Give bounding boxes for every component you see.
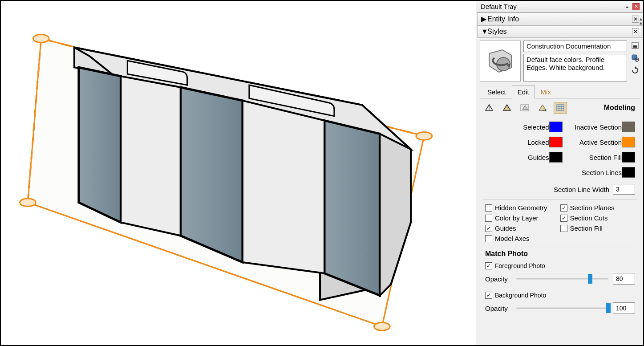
selected-color-swatch[interactable] xyxy=(549,122,563,132)
viewport-3d[interactable] xyxy=(1,1,477,345)
section-lines-color-swatch[interactable] xyxy=(622,167,635,178)
tray-collapse-chevrons[interactable]: ▴ ▴ xyxy=(640,17,642,24)
foreground-photo-checkbox[interactable]: ✓Foreground Photo xyxy=(480,261,640,271)
tray-header[interactable]: Default Tray ✕ xyxy=(477,1,643,12)
edge-settings-button[interactable] xyxy=(482,102,496,114)
modeling-settings-button[interactable] xyxy=(554,102,567,114)
section-cuts-checkbox[interactable]: ✓Section Cuts xyxy=(560,214,636,222)
style-display-options-button[interactable] xyxy=(631,41,640,50)
style-name-input[interactable]: Construction Documentation xyxy=(523,41,627,52)
match-photo-heading: Match Photo xyxy=(480,247,640,261)
svg-rect-12 xyxy=(557,105,564,111)
section-fill-label: Section Fill xyxy=(566,154,622,161)
section-line-width-input[interactable] xyxy=(613,184,635,195)
visibility-checkboxes: Hidden Geometry ✓Section Planes Color by… xyxy=(480,199,640,247)
styles-panel-body: Construction Documentation Default face … xyxy=(477,38,643,320)
block-opening-3 xyxy=(324,121,380,296)
section-lines-label: Section Lines xyxy=(566,169,622,176)
edit-subtoolbar: ok Modeling xyxy=(480,98,640,117)
section-fill-color-swatch[interactable] xyxy=(622,152,635,163)
block-opening-1 xyxy=(79,67,121,222)
foreground-opacity-label: Opacity xyxy=(485,275,512,283)
style-create-button[interactable] xyxy=(631,53,640,62)
background-opacity-input[interactable] xyxy=(613,302,635,314)
modeling-heading: Modeling xyxy=(604,104,638,112)
background-opacity-label: Opacity xyxy=(485,305,512,312)
panel-styles-title: Styles xyxy=(487,28,632,36)
color-by-layer-checkbox[interactable]: Color by Layer xyxy=(485,214,560,222)
tray-title: Default Tray xyxy=(481,3,622,10)
watermark-settings-button[interactable]: ok xyxy=(536,102,549,114)
svg-rect-4 xyxy=(632,55,637,60)
locked-label: Locked xyxy=(493,138,549,146)
background-opacity-slider[interactable] xyxy=(516,303,608,313)
active-section-color-swatch[interactable] xyxy=(622,137,635,147)
section-planes-checkbox[interactable]: ✓Section Planes xyxy=(560,204,636,212)
guides-color-swatch[interactable] xyxy=(549,152,563,163)
style-update-button[interactable] xyxy=(631,66,640,75)
section-grip[interactable] xyxy=(374,322,390,330)
styles-tabs: Select Edit Mix xyxy=(480,85,640,98)
tab-edit[interactable]: Edit xyxy=(512,85,535,98)
model-axes-checkbox[interactable]: Model Axes xyxy=(485,235,560,242)
svg-rect-3 xyxy=(633,45,637,48)
expand-arrow-icon: ▶ xyxy=(481,15,487,23)
block-opening-2 xyxy=(181,87,243,262)
locked-color-swatch[interactable] xyxy=(549,137,563,147)
tab-select[interactable]: Select xyxy=(482,85,512,98)
pin-icon[interactable] xyxy=(624,3,631,10)
section-grip[interactable] xyxy=(20,199,36,207)
background-photo-checkbox[interactable]: ✓Background Photo xyxy=(480,290,640,301)
active-section-label: Active Section xyxy=(566,138,622,146)
svg-text:ok: ok xyxy=(543,109,547,112)
default-tray: Default Tray ✕ ▴ ▴ ▶ Entity Info ✕ ▼ Sty… xyxy=(477,1,643,345)
section-fill-checkbox[interactable]: Section Fill xyxy=(560,224,636,232)
guides-label: Guides xyxy=(493,154,549,161)
panel-close-icon[interactable]: ✕ xyxy=(632,28,639,35)
inactive-section-label: Inactive Section xyxy=(566,123,622,131)
panel-entity-info-header[interactable]: ▶ Entity Info ✕ xyxy=(477,12,643,25)
modeling-color-grid: Selected Inactive Section Locked Active … xyxy=(480,117,640,184)
tab-mix[interactable]: Mix xyxy=(535,85,557,98)
panel-styles-header[interactable]: ▼ Styles ✕ xyxy=(477,25,643,38)
block-pier-2 xyxy=(243,101,324,273)
background-settings-button[interactable] xyxy=(518,102,531,114)
style-thumbnail[interactable] xyxy=(480,41,521,81)
foreground-opacity-input[interactable] xyxy=(613,273,635,285)
block-pier-1 xyxy=(121,76,180,236)
collapse-arrow-icon: ▼ xyxy=(481,28,487,36)
guides-checkbox[interactable]: ✓Guides xyxy=(485,224,560,232)
selected-label: Selected xyxy=(493,123,549,131)
viewport-svg xyxy=(1,1,477,345)
panel-entity-info-title: Entity Info xyxy=(487,15,632,23)
block-right-face xyxy=(380,134,411,295)
close-icon[interactable]: ✕ xyxy=(632,3,640,10)
foreground-opacity-slider[interactable] xyxy=(516,273,608,284)
face-settings-button[interactable] xyxy=(500,102,514,114)
chevron-up-icon: ▴ xyxy=(640,21,642,24)
section-line-width-label: Section Line Width xyxy=(554,186,609,193)
section-grip[interactable] xyxy=(33,35,49,43)
hidden-geometry-checkbox[interactable]: Hidden Geometry xyxy=(485,204,560,212)
panel-close-icon[interactable]: ✕ xyxy=(632,16,639,23)
inactive-section-color-swatch[interactable] xyxy=(622,122,635,132)
section-grip[interactable] xyxy=(416,132,432,140)
style-description-input[interactable]: Default face colors. Profile Edges. Whit… xyxy=(523,54,627,81)
